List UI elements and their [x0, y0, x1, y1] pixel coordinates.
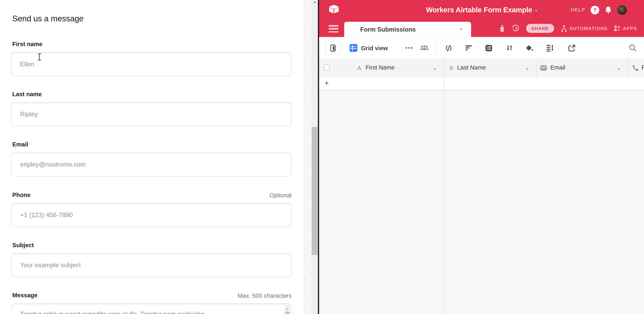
window-scroll-up-icon[interactable]: ▲ — [312, 0, 318, 4]
color-fill-icon — [525, 44, 533, 52]
search-icon — [629, 44, 637, 52]
add-record-plus-icon[interactable]: + — [324, 79, 329, 87]
view-name[interactable]: Grid view — [361, 45, 388, 51]
view-sidebar-icon — [330, 44, 336, 52]
email-field-type-icon — [540, 65, 547, 71]
textarea-scrollbar[interactable]: ▲ — [285, 305, 290, 314]
share-view-icon — [568, 44, 576, 52]
select-all-checkbox[interactable] — [324, 65, 330, 71]
message-text: Tenetur optio quaerat expedita vera et i… — [20, 309, 271, 314]
apps-icon — [614, 25, 621, 32]
sort-button[interactable] — [506, 37, 513, 59]
notifications-bell-icon[interactable] — [604, 6, 612, 14]
tab-form-submissions[interactable]: Form Submissions ▾ — [344, 22, 471, 37]
email-label: Email — [12, 141, 28, 148]
hide-fields-icon — [445, 45, 452, 51]
share-view-button[interactable] — [568, 37, 576, 59]
message-maxchars-note: Max. 500 characters — [238, 292, 292, 299]
form-heading: Send us a message — [12, 14, 84, 24]
textarea-scroll-thumb[interactable] — [285, 311, 290, 314]
header-right-cluster: HELP ? — [570, 0, 627, 20]
window-scrollbar-thumb[interactable] — [312, 127, 318, 255]
filter-button[interactable] — [465, 37, 472, 59]
automations-label: AUTOMATIONS — [569, 26, 608, 31]
screen: Send us a message First name Last name E… — [0, 0, 644, 314]
column-email-caret-icon[interactable]: ▾ — [618, 66, 620, 73]
grid-view-icon[interactable] — [350, 44, 357, 52]
email-input[interactable] — [11, 153, 292, 176]
apps-button[interactable]: APPS — [614, 25, 637, 32]
help-menu[interactable]: HELP — [570, 7, 585, 12]
ellipsis-icon — [406, 47, 413, 49]
column-last-name-caret-icon[interactable]: ▾ — [526, 66, 528, 73]
phone-optional-note: Optional — [270, 192, 292, 199]
sidebar-menu-button[interactable] — [329, 25, 338, 33]
contact-form-pane: Send us a message First name Last name E… — [0, 0, 304, 314]
automations-button[interactable]: AUTOMATIONS — [561, 25, 608, 32]
group-button[interactable] — [485, 37, 492, 59]
add-record-row[interactable] — [319, 77, 644, 90]
subject-label: Subject — [12, 242, 34, 248]
column-first-name-caret-icon[interactable]: ▾ — [434, 66, 436, 73]
hamburger-icon — [329, 25, 338, 27]
hide-fields-button[interactable] — [445, 37, 452, 59]
share-button[interactable]: SHARE — [526, 24, 554, 33]
frozen-column-divider[interactable] — [444, 59, 444, 314]
window-split-divider[interactable] — [318, 0, 319, 314]
trash-icon[interactable] — [499, 25, 505, 32]
grid-empty-area — [319, 90, 644, 314]
help-question-icon[interactable]: ? — [590, 6, 599, 14]
phone-label: Phone — [12, 192, 30, 198]
color-button[interactable] — [525, 37, 533, 59]
sort-icon — [506, 45, 513, 52]
row-height-button[interactable] — [546, 37, 554, 59]
last-name-label: Last name — [12, 91, 42, 98]
table-tab-caret-icon[interactable]: ▾ — [460, 27, 462, 31]
text-field-type-icon: A — [357, 65, 361, 72]
subject-input[interactable] — [11, 253, 292, 277]
collaborators-button[interactable] — [420, 37, 429, 59]
history-icon[interactable] — [512, 25, 520, 32]
view-options-button[interactable] — [406, 37, 413, 59]
column-phone[interactable]: Phone — [642, 64, 644, 71]
text-field-type-icon: A — [449, 65, 453, 72]
phone-input[interactable] — [11, 203, 292, 227]
filter-icon — [465, 45, 472, 51]
row-height-icon — [546, 44, 554, 52]
apps-label: APPS — [623, 26, 637, 31]
message-label: Message — [12, 292, 37, 299]
message-textarea[interactable]: Tenetur optio quaerat expedita vera et i… — [11, 303, 292, 314]
column-email[interactable]: Email — [550, 64, 565, 71]
base-title-caret-icon[interactable]: ▾ — [535, 7, 537, 13]
view-sidebar-toggle-button[interactable] — [325, 41, 341, 55]
group-icon — [485, 44, 492, 52]
automations-icon — [561, 25, 568, 32]
first-name-input[interactable] — [11, 52, 292, 76]
column-last-name[interactable]: Last Name — [457, 64, 486, 71]
column-divider[interactable] — [628, 59, 629, 77]
column-first-name[interactable]: First Name — [366, 64, 395, 71]
toolbar-separator — [436, 41, 436, 55]
share-button-label: SHARE — [532, 26, 549, 31]
phone-field-type-icon — [632, 65, 639, 72]
search-button[interactable] — [629, 37, 637, 59]
first-name-label: First name — [12, 41, 42, 47]
table-tab-label: Form Submissions — [360, 26, 416, 33]
last-name-input[interactable] — [11, 102, 292, 126]
ibeam-cursor-icon — [37, 53, 42, 61]
collaborators-icon — [420, 45, 429, 51]
column-divider[interactable] — [536, 59, 537, 77]
user-avatar[interactable] — [618, 5, 627, 15]
base-actions-cluster: SHARE AUTOMATIONS — [499, 20, 637, 37]
base-title[interactable]: Workers Airtable Form Example — [426, 6, 532, 14]
textarea-scroll-up-icon[interactable]: ▲ — [285, 307, 290, 310]
